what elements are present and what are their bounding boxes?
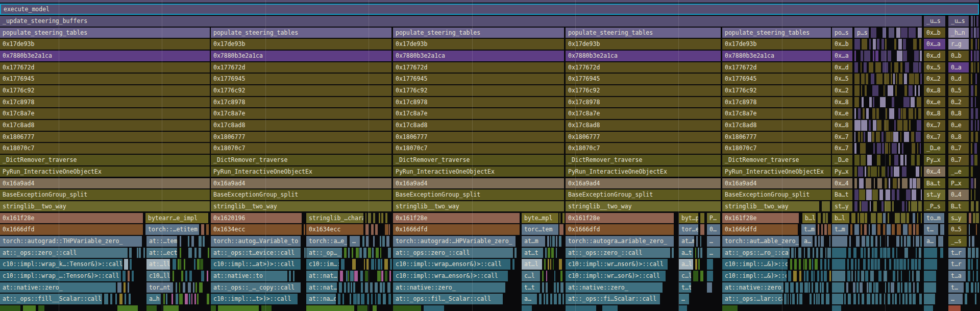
frame-sliver[interactable] xyxy=(906,213,909,224)
frame-sliver[interactable] xyxy=(804,282,808,293)
frame-sliver[interactable] xyxy=(393,305,421,311)
frame-sliver[interactable] xyxy=(903,39,906,50)
frame-sliver[interactable] xyxy=(918,28,922,38)
frame-0x18070c7[interactable]: 0x18070c7 xyxy=(211,143,391,154)
frame-sliver[interactable] xyxy=(975,97,976,108)
frame-sliver[interactable] xyxy=(163,294,165,304)
frame-dictremover-traverse[interactable]: _DictRemover_traverse xyxy=(566,155,721,165)
frame-sliver[interactable] xyxy=(124,259,128,270)
frame-byte-mpl[interactable]: byte…mpl xyxy=(522,213,558,224)
frame-sliver[interactable] xyxy=(693,271,698,281)
frame-t-a[interactable]: t…a xyxy=(948,271,966,281)
frame-sliver[interactable] xyxy=(871,28,876,38)
frame-sliver[interactable] xyxy=(828,259,829,270)
frame-ba-t[interactable]: Ba…t xyxy=(832,189,852,200)
frame-at-native-zero[interactable]: at::native::zero_ xyxy=(393,282,505,293)
frame-sliver[interactable] xyxy=(368,248,372,258)
frame-0x-5[interactable]: 0x…5 xyxy=(832,74,852,84)
frame-sliver[interactable] xyxy=(827,248,831,258)
frame-sliver[interactable] xyxy=(915,74,919,84)
frame-sliver[interactable] xyxy=(919,62,921,73)
frame-sliver[interactable] xyxy=(864,224,867,235)
frame-at-native-to[interactable]: at::native::to xyxy=(211,271,287,281)
frame-0x1806777[interactable]: 0x1806777 xyxy=(722,132,831,142)
frame-sliver[interactable] xyxy=(822,282,824,293)
frame-sliver[interactable] xyxy=(901,28,908,38)
frame-sliver[interactable] xyxy=(918,259,920,270)
frame-sliver[interactable] xyxy=(672,248,674,258)
frame-sliver[interactable] xyxy=(199,248,201,258)
frame-sliver[interactable] xyxy=(905,294,908,304)
frame-sliver[interactable] xyxy=(803,259,804,270)
frame-execute-model[interactable]: execute_model xyxy=(0,4,979,15)
frame-sliver[interactable] xyxy=(862,201,868,212)
frame-sliver[interactable] xyxy=(876,108,879,119)
frame-sliver[interactable] xyxy=(892,224,895,235)
frame-at-op-call[interactable]: at::_op…_::call xyxy=(306,248,342,258)
frame-dictremover-traverse[interactable]: _DictRemover_traverse xyxy=(0,155,210,165)
frame-0x-2[interactable]: 0x…2 xyxy=(832,85,852,96)
frame-0x161f28e[interactable]: 0x161f28e xyxy=(566,213,674,224)
frame-sliver[interactable] xyxy=(894,259,896,270)
frame-sliver[interactable] xyxy=(871,259,874,270)
frame-populate-steering-tables[interactable]: populate_steering_tables xyxy=(566,28,721,38)
frame-sliver[interactable] xyxy=(602,305,618,311)
frame-sliver[interactable] xyxy=(913,294,916,304)
frame-sliver[interactable] xyxy=(805,259,806,270)
frame-at-nat-copy[interactable]: at::nat…:copy_ xyxy=(306,271,338,281)
frame-sliver[interactable] xyxy=(901,236,903,247)
frame-sliver[interactable] xyxy=(854,62,858,73)
frame-sliver[interactable] xyxy=(872,224,876,235)
frame-sliver[interactable] xyxy=(348,248,350,258)
frame-sliver[interactable] xyxy=(261,305,272,311)
frame-sliver[interactable] xyxy=(381,271,383,281)
frame-sliver[interactable] xyxy=(897,120,902,131)
frame-sliver[interactable] xyxy=(821,294,823,304)
frame-sliver[interactable] xyxy=(383,282,385,293)
frame-sliver[interactable] xyxy=(971,120,973,131)
frame-a[interactable]: a… xyxy=(924,236,936,247)
frame-sliver[interactable] xyxy=(856,282,859,293)
frame-sliver[interactable] xyxy=(128,271,130,281)
frame-0x-8[interactable]: 0x…8 xyxy=(924,85,945,96)
frame-sliver[interactable] xyxy=(825,248,826,258)
frame-sliver[interactable] xyxy=(0,305,20,311)
frame-sliver[interactable] xyxy=(873,120,876,131)
frame-sliver[interactable] xyxy=(875,282,878,293)
frame-sliver[interactable] xyxy=(875,294,878,304)
frame-sliver[interactable] xyxy=(893,271,895,281)
frame-sliver[interactable] xyxy=(940,248,943,258)
frame-update-steering-buffers[interactable]: _update_steering_buffers xyxy=(0,16,922,27)
frame-sliver[interactable] xyxy=(351,282,352,293)
frame-sliver[interactable] xyxy=(829,271,831,281)
frame-sliver[interactable] xyxy=(812,282,813,293)
frame-a[interactable]: a… xyxy=(522,294,537,304)
frame-sliver[interactable] xyxy=(850,224,852,235)
frame-sliver[interactable] xyxy=(794,259,797,270)
frame-sliver[interactable] xyxy=(917,143,918,154)
frame-0x17c8ad8[interactable]: 0x17c8ad8 xyxy=(0,120,210,131)
frame-sliver[interactable] xyxy=(115,294,117,304)
frame-sliver[interactable] xyxy=(548,248,551,258)
frame-0x-8[interactable]: 0x…8 xyxy=(832,97,852,108)
frame-sliver[interactable] xyxy=(854,132,855,142)
frame-at-ops-fi-scalar-call[interactable]: at::_ops::fi…Scalar::call xyxy=(566,294,660,304)
frame-sliver[interactable] xyxy=(539,294,542,304)
frame-sliver[interactable] xyxy=(798,248,801,258)
frame-sliver[interactable] xyxy=(965,294,967,304)
frame-c10-impl-call[interactable]: c10::impl::…&)>::call xyxy=(722,271,787,281)
frame-0x17c8a7e[interactable]: 0x17c8a7e xyxy=(211,108,391,119)
frame-0x177672d[interactable]: 0x177672d xyxy=(393,62,564,73)
frame-0x161f28e[interactable]: 0x161f28e xyxy=(393,213,520,224)
frame-sliver[interactable] xyxy=(858,259,860,270)
frame-sliver[interactable] xyxy=(860,213,864,224)
frame-e[interactable]: _…e xyxy=(948,166,969,177)
frame-sliver[interactable] xyxy=(924,305,933,311)
frame-sliver[interactable] xyxy=(829,236,831,247)
frame-sliver[interactable] xyxy=(548,259,549,270)
frame-sliver[interactable] xyxy=(861,224,862,235)
frame-sliver[interactable] xyxy=(886,132,891,142)
frame-sliver[interactable] xyxy=(971,282,973,293)
frame-sliver[interactable] xyxy=(851,259,853,270)
frame-sliver[interactable] xyxy=(512,259,514,270)
